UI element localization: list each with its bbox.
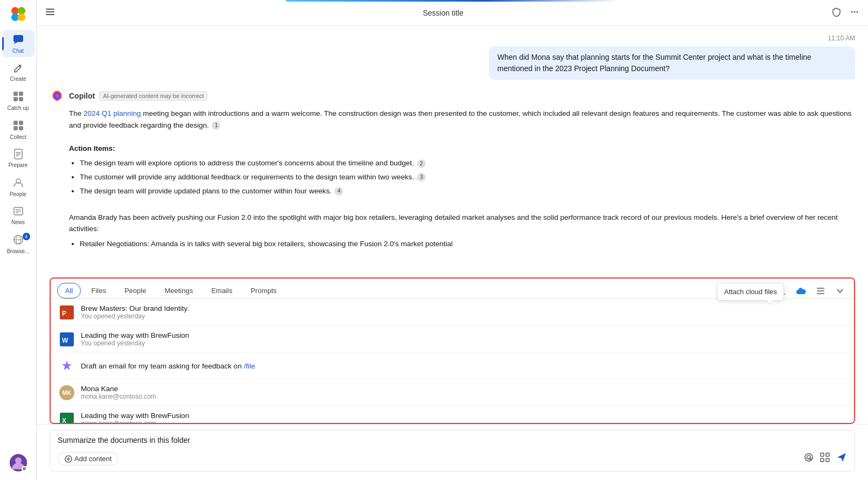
sidebar-item-collect[interactable]: Collect (2, 116, 34, 143)
sidebar-item-chat[interactable]: Chat (2, 30, 34, 57)
svg-rect-30 (46, 14, 54, 15)
main-content: Session title 11:10 AM When did Mona say… (37, 0, 868, 480)
sidebar-item-create[interactable]: Create (2, 59, 34, 85)
panel-item-brewfusion-word-sub: You opened yesterday (81, 339, 845, 347)
prepare-icon (13, 149, 24, 161)
svg-text:X: X (62, 417, 66, 423)
input-area: Summarize the documents in this folder A… (37, 424, 868, 480)
action-item-2: The customer will provide any additional… (80, 171, 855, 183)
svg-marker-5 (13, 42, 18, 44)
people-icon (12, 177, 24, 190)
svg-text:W: W (62, 337, 68, 344)
panel-item-draft-email-title: Draft an email for my team asking for fe… (81, 362, 845, 370)
svg-rect-7 (19, 92, 23, 96)
tab-all[interactable]: All (57, 283, 81, 298)
panel-item-draft-email[interactable]: Draft an email for my team asking for fe… (51, 353, 854, 379)
apps-icon[interactable] (820, 453, 830, 465)
svg-rect-29 (46, 11, 54, 12)
panel-item-mona-kane-title: Mona Kane (81, 385, 845, 393)
tab-meetings[interactable]: Meetings (156, 283, 201, 298)
sidebar-item-catchup[interactable]: Catch up (2, 87, 34, 114)
copilot-response: Copilot AI-generated content may be inco… (50, 88, 855, 250)
response-link[interactable]: 2024 Q1 planning (84, 109, 141, 117)
response-paragraph-2: Amanda Brady has been actively pushing o… (69, 212, 855, 235)
ai-generated-badge: AI-generated content may be incorrect (99, 91, 207, 101)
panel-item-brewfusion-word-info: Leading the way with BrewFusion You open… (81, 331, 845, 347)
svg-rect-10 (13, 121, 18, 125)
catchup-icon (12, 91, 24, 104)
svg-point-51 (805, 454, 813, 461)
input-text-content[interactable]: Summarize the documents in this folder (58, 436, 847, 448)
svg-rect-55 (826, 458, 829, 462)
ref-1: 1 (212, 121, 220, 130)
sidebar: Chat Create Catch up Collect Prepare Peo… (0, 0, 37, 480)
tab-people-label: People (124, 287, 146, 295)
svg-rect-8 (13, 97, 18, 101)
tab-prompts-label: Prompts (251, 287, 276, 295)
sidebar-item-prepare[interactable]: Prepare (2, 145, 34, 171)
action-item-3: The design team will provide updated pla… (80, 185, 855, 197)
chat-icon (12, 33, 24, 47)
send-button[interactable] (836, 452, 847, 465)
panel-item-brewmasters-title: Brew Masters: Our brand Identity. (81, 304, 845, 312)
tab-people[interactable]: People (116, 283, 154, 298)
shield-icon[interactable] (831, 7, 841, 19)
tab-files-label: Files (91, 287, 106, 295)
action-item-1: The design team will explore options to … (80, 157, 855, 169)
panel-list: P Brew Masters: Our brand Identity. You … (51, 299, 854, 423)
attach-cloud-tooltip: Attach cloud files (717, 283, 784, 301)
browse-badge: 4 (23, 233, 30, 240)
mention-icon[interactable] (804, 453, 814, 465)
sidebar-item-browse[interactable]: 4 Browse... (2, 231, 34, 258)
input-right-icons (804, 452, 847, 465)
panel-item-brewmasters[interactable]: P Brew Masters: Our brand Identity. You … (51, 299, 854, 326)
mona-kane-avatar: MK (59, 385, 74, 400)
chevron-down-icon[interactable] (832, 283, 848, 298)
panel-item-mona-kane[interactable]: MK Mona Kane mona.kane@contoso.com (51, 379, 854, 406)
panel-item-brewfusion-word[interactable]: W Leading the way with BrewFusion You op… (51, 326, 854, 353)
sidebar-item-create-label: Create (10, 76, 26, 82)
response-list-2: Retailer Negotiations: Amanda is in talk… (69, 238, 855, 250)
panel-item-brewfusion-excel-sub: mona.kane@contoso.com (81, 420, 845, 423)
tab-emails-label: Emails (211, 287, 232, 295)
tab-emails[interactable]: Emails (203, 283, 240, 298)
tab-meetings-label: Meetings (164, 287, 193, 295)
retailer-negotiations: Retailer Negotiations: Amanda is in talk… (80, 238, 855, 250)
input-box: Summarize the documents in this folder A… (50, 430, 855, 471)
add-content-label: Add content (74, 455, 112, 463)
svg-rect-13 (19, 126, 23, 130)
sidebar-item-people-label: People (10, 191, 26, 197)
tab-prompts[interactable]: Prompts (242, 283, 284, 298)
copilot-logo (50, 88, 65, 103)
svg-point-50 (807, 456, 811, 460)
panel-item-brewfusion-excel-info: Leading the way with BrewFusion mona.kan… (81, 412, 845, 423)
excel-icon: X (59, 412, 74, 423)
attach-cloud-tooltip-text: Attach cloud files (724, 288, 777, 296)
panel-item-mona-kane-email: mona.kane@contoso.com (81, 393, 845, 400)
loading-progress-bar (286, 0, 619, 2)
user-message-text: When did Mona say that planning starts f… (497, 53, 811, 73)
cloud-attach-icon[interactable] (794, 283, 809, 298)
sidebar-item-people[interactable]: People (2, 173, 34, 200)
app-logo[interactable] (9, 4, 28, 24)
action-items-label: Action Items: (69, 143, 855, 155)
user-avatar[interactable] (10, 454, 27, 471)
more-options-icon[interactable] (850, 7, 859, 19)
svg-point-32 (853, 11, 855, 12)
svg-rect-54 (821, 458, 824, 462)
panel-item-brewfusion-excel[interactable]: X Leading the way with BrewFusion mona.k… (51, 406, 854, 423)
add-content-button[interactable]: Add content (58, 452, 119, 465)
svg-rect-52 (821, 453, 824, 456)
list-view-icon[interactable] (813, 283, 828, 298)
action-items-list: The design team will explore options to … (69, 157, 855, 197)
sidebar-item-catchup-label: Catch up (7, 105, 29, 111)
panel-item-brewmasters-sub: You opened yesterday (81, 312, 845, 320)
tab-files[interactable]: Files (83, 283, 114, 298)
sidebar-toggle-icon[interactable] (45, 7, 55, 19)
user-message-bubble: When did Mona say that planning starts f… (489, 46, 855, 80)
collect-icon (12, 120, 24, 133)
copilot-name: Copilot (69, 92, 95, 100)
sidebar-item-news[interactable]: News (2, 203, 34, 228)
tab-all-label: All (65, 287, 73, 295)
svg-point-2 (11, 13, 19, 21)
